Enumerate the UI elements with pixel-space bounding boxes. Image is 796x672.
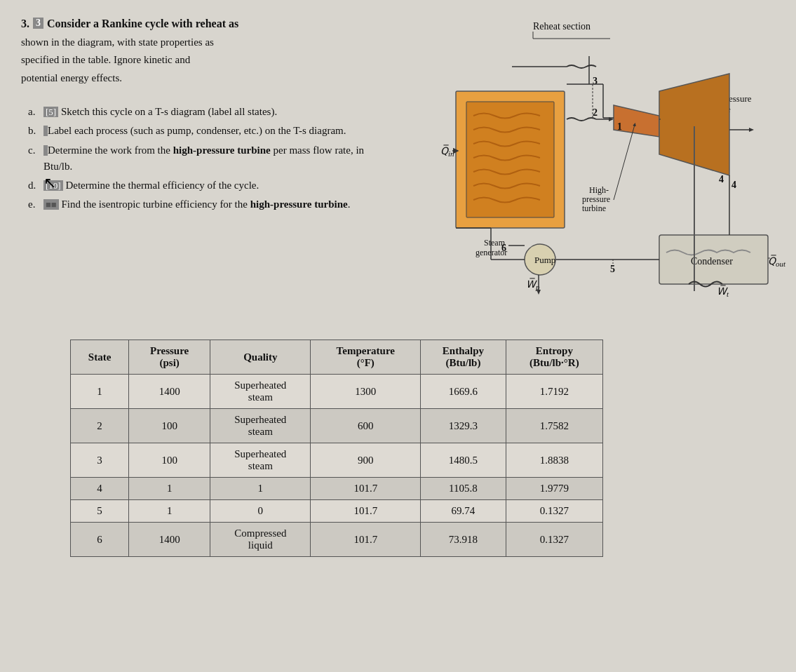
cell-state-1: 1 bbox=[71, 375, 129, 409]
problem-number: 3. 3 Consider a Rankine cycle with rehea… bbox=[21, 18, 386, 30]
problem-num: 3. bbox=[21, 18, 29, 30]
cycle-diagram: Reheat section Low-pressure turbine 3 2 bbox=[386, 14, 796, 316]
problem-line3: potential energy effects. bbox=[21, 70, 386, 86]
table-row: 5 1 0 101.7 69.74 0.1327 bbox=[71, 500, 603, 523]
cell-pressure-4: 1 bbox=[129, 478, 210, 500]
cell-quality-2: Superheatedsteam bbox=[210, 409, 311, 443]
sub-label-c: c. bbox=[28, 142, 41, 159]
col-header-pressure: Pressure(psi) bbox=[129, 340, 210, 375]
cell-pressure-1: 1400 bbox=[129, 375, 210, 409]
cell-pressure-5: 1 bbox=[129, 500, 210, 523]
table-row: 4 1 1 101.7 1105.8 1.9779 bbox=[71, 478, 603, 500]
problem-line2: specified in the table. Ignore kinetic a… bbox=[21, 52, 386, 68]
cell-temp-2: 600 bbox=[311, 409, 421, 443]
cell-entropy-5: 0.1327 bbox=[506, 500, 602, 523]
cell-enthalpy-2: 1329.3 bbox=[421, 409, 506, 443]
svg-text:Steam: Steam bbox=[484, 238, 506, 248]
cell-pressure-2: 100 bbox=[129, 409, 210, 443]
sub-text-c: Determine the work from the high-pressur… bbox=[43, 142, 386, 175]
table-row: 6 1400 Compressedliquid 101.7 73.918 0.1… bbox=[71, 523, 603, 557]
svg-text:W̅p: W̅p bbox=[526, 278, 540, 291]
sub-text-b: Label each process (such as pump, conden… bbox=[43, 123, 346, 139]
problem-line1: shown in the diagram, with state propert… bbox=[21, 34, 386, 51]
left-text: 3. 3 Consider a Rankine cycle with rehea… bbox=[21, 14, 386, 216]
cell-enthalpy-1: 1669.6 bbox=[421, 375, 506, 409]
table-row: 2 100 Superheatedsteam 600 1329.3 1.7582 bbox=[71, 409, 603, 443]
state-table: State Pressure(psi) Quality Temperature(… bbox=[70, 340, 603, 557]
cell-quality-4: 1 bbox=[210, 478, 311, 500]
cell-temp-5: 101.7 bbox=[311, 500, 421, 523]
svg-text:4: 4 bbox=[731, 180, 736, 190]
col-header-entropy: Entropy(Btu/lb·°R) bbox=[506, 340, 602, 375]
cell-quality-5: 0 bbox=[210, 500, 311, 523]
cell-quality-1: Superheatedsteam bbox=[210, 375, 311, 409]
sub-items: a. [5] Sketch this cycle on a T-s diagra… bbox=[28, 104, 386, 213]
cell-quality-6: Compressedliquid bbox=[210, 523, 311, 557]
cell-enthalpy-6: 73.918 bbox=[421, 523, 506, 557]
problem-title: Consider a Rankine cycle with reheat as bbox=[47, 18, 238, 30]
right-diagram: Reheat section Low-pressure turbine 3 2 bbox=[386, 14, 796, 318]
cell-temp-6: 101.7 bbox=[311, 523, 421, 557]
problem-bracket: 3 bbox=[33, 18, 43, 29]
table-row: 1 1400 Superheatedsteam 1300 1669.6 1.71… bbox=[71, 375, 603, 409]
content-area: 3. 3 Consider a Rankine cycle with rehea… bbox=[21, 14, 775, 318]
problem-text: shown in the diagram, with state propert… bbox=[21, 34, 386, 213]
sub-item-a: a. [5] Sketch this cycle on a T-s diagra… bbox=[28, 104, 386, 120]
cell-quality-3: Superheatedsteam bbox=[210, 443, 311, 478]
cell-state-3: 3 bbox=[71, 443, 129, 478]
svg-text:1: 1 bbox=[617, 121, 622, 132]
svg-text:turbine: turbine bbox=[582, 203, 606, 213]
cell-entropy-3: 1.8838 bbox=[506, 443, 602, 478]
cell-entropy-4: 1.9779 bbox=[506, 478, 602, 500]
svg-marker-46 bbox=[537, 290, 541, 295]
cell-enthalpy-3: 1480.5 bbox=[421, 443, 506, 478]
sub-text-a: [5] Sketch this cycle on a T-s diagram (… bbox=[43, 104, 277, 120]
cell-temp-3: 900 bbox=[311, 443, 421, 478]
cell-entropy-1: 1.7192 bbox=[506, 375, 602, 409]
cell-state-2: 2 bbox=[71, 409, 129, 443]
page: 3. 3 Consider a Rankine cycle with rehea… bbox=[0, 0, 796, 672]
svg-marker-30 bbox=[749, 128, 754, 132]
sub-label-e: e. bbox=[28, 196, 41, 213]
sub-label-b: b. bbox=[28, 123, 41, 139]
cell-state-5: 5 bbox=[71, 500, 129, 523]
cell-temp-4: 101.7 bbox=[311, 478, 421, 500]
svg-text:2: 2 bbox=[593, 107, 598, 118]
cell-state-4: 4 bbox=[71, 478, 129, 500]
svg-text:4: 4 bbox=[719, 174, 724, 184]
table-row: 3 100 Superheatedsteam 900 1480.5 1.8838 bbox=[71, 443, 603, 478]
svg-text:Condenser: Condenser bbox=[691, 256, 733, 267]
sub-item-d: d. [10] Determine the thermal efficiency… bbox=[28, 177, 386, 194]
table-header-row: State Pressure(psi) Quality Temperature(… bbox=[71, 340, 603, 375]
col-header-quality: Quality bbox=[210, 340, 311, 375]
sub-item-e: e. ■■ Find the isentropic turbine effici… bbox=[28, 196, 386, 213]
cell-pressure-3: 100 bbox=[129, 443, 210, 478]
col-header-enthalpy: Enthalpy(Btu/lb) bbox=[421, 340, 506, 375]
sub-text-e: ■■ Find the isentropic turbine efficienc… bbox=[43, 196, 351, 213]
cell-entropy-6: 0.1327 bbox=[506, 523, 602, 557]
table-section: State Pressure(psi) Quality Temperature(… bbox=[70, 340, 775, 557]
cursor: ↖ bbox=[43, 174, 56, 192]
cell-pressure-6: 1400 bbox=[129, 523, 210, 557]
cell-entropy-2: 1.7582 bbox=[506, 409, 602, 443]
sub-text-d: [10] Determine the thermal efficiency of… bbox=[43, 177, 259, 194]
svg-text:High-: High- bbox=[589, 185, 609, 195]
sub-item-c: c. Determine the work from the high-pres… bbox=[28, 142, 386, 175]
col-header-state: State bbox=[71, 340, 129, 375]
svg-text:pressure: pressure bbox=[582, 194, 610, 204]
reheat-label: Reheat section bbox=[533, 21, 591, 32]
cell-enthalpy-5: 69.74 bbox=[421, 500, 506, 523]
svg-line-28 bbox=[614, 125, 635, 200]
cell-temp-1: 1300 bbox=[311, 375, 421, 409]
cell-state-6: 6 bbox=[71, 523, 129, 557]
svg-text:generator: generator bbox=[475, 248, 507, 257]
sub-item-b: b. Label each process (such as pump, con… bbox=[28, 123, 386, 139]
col-header-temperature: Temperature(°F) bbox=[311, 340, 421, 375]
svg-text:W̅t: W̅t bbox=[717, 285, 729, 298]
sub-label-d: d. bbox=[28, 177, 41, 194]
cell-enthalpy-4: 1105.8 bbox=[421, 478, 506, 500]
sub-label-a: a. bbox=[28, 104, 41, 120]
table-body: 1 1400 Superheatedsteam 1300 1669.6 1.71… bbox=[71, 375, 603, 557]
svg-text:Pump: Pump bbox=[534, 255, 555, 265]
svg-text:Q̅out: Q̅out bbox=[768, 255, 786, 268]
